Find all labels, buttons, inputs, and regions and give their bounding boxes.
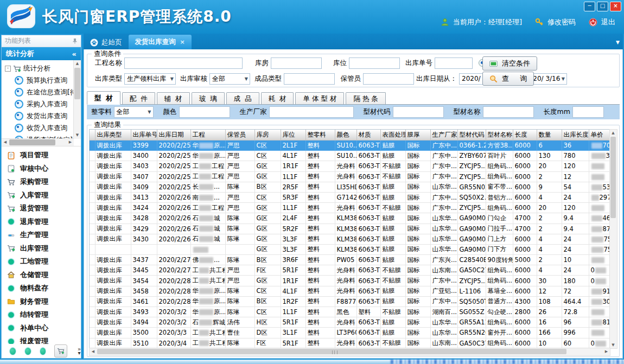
tree-item[interactable]: 采购入库查询 — [5, 98, 73, 110]
row-gutter[interactable] — [90, 234, 95, 244]
project-name-input[interactable] — [124, 58, 243, 69]
group-circle-icon[interactable] — [40, 347, 47, 355]
tree-item[interactable]: 收货入库查询 — [5, 122, 73, 134]
sidebar-item[interactable]: 入库管理 — [2, 189, 81, 202]
row-gutter[interactable] — [90, 203, 95, 213]
column-header[interactable]: 出库单号 — [131, 130, 157, 141]
table-row[interactable]: 调拨出库34002020/2/25华原...严思C区4L1F整料SU10...6… — [90, 151, 610, 161]
table-row[interactable]: 调拨出库34282020/2/26石城陈琳G区2L4F整料KLM38176063… — [90, 213, 610, 223]
sidebar-item[interactable]: 结转管理 — [2, 308, 81, 322]
pin-icon[interactable] — [72, 38, 78, 44]
table-row[interactable]: G区3L3F整料KLM38176063-T5贴膜国标山东华...GA90M09.… — [90, 244, 610, 254]
search-button[interactable]: 查 询 — [482, 72, 534, 86]
material-tab[interactable]: 单 体 型 材 — [295, 92, 344, 104]
column-header[interactable]: 膜厚 — [405, 130, 430, 141]
column-header[interactable]: 保管员 — [225, 130, 254, 141]
tree-expander-icon[interactable]: - — [5, 66, 11, 72]
column-header[interactable]: 库位 — [281, 130, 305, 141]
table-row[interactable]: 调拨出库34582020/2/28华原...陈琳C区4L1F整料光身料6063-… — [90, 286, 610, 296]
sidebar-item[interactable]: 采购管理 — [2, 175, 81, 189]
filter-input[interactable] — [572, 106, 604, 118]
tab-shipment-outbound-query[interactable]: 发货出库查询 × — [129, 35, 192, 49]
row-gutter[interactable] — [90, 223, 95, 234]
sidebar-item[interactable]: 生产管理 — [2, 228, 81, 242]
tree-item[interactable]: 预算执行查询 — [5, 74, 73, 86]
scroll-left-icon[interactable]: ◀ — [2, 139, 9, 146]
close-button[interactable]: × — [610, 2, 621, 11]
tree-root-statistics[interactable]: - 统计分析 — [5, 62, 73, 74]
sidebar-item[interactable]: 工地管理 — [2, 255, 81, 269]
column-header[interactable]: 材质 — [356, 130, 380, 141]
row-gutter[interactable] — [90, 296, 95, 306]
row-gutter[interactable] — [90, 182, 95, 192]
row-gutter[interactable] — [90, 192, 95, 202]
sidebar-item[interactable]: 物料盘存 — [2, 282, 81, 295]
maximize-button[interactable]: □ — [597, 2, 608, 11]
table-row[interactable]: 调拨出库34132020/2/26南...严思C区5R3F整料G71422606… — [90, 192, 610, 202]
column-header[interactable]: 表面处理 — [380, 130, 405, 141]
row-gutter[interactable] — [90, 255, 95, 265]
location-input[interactable] — [349, 58, 400, 69]
tree-item[interactable]: 退库管理[待定] — [5, 146, 73, 146]
scroll-right-icon[interactable]: ▶ — [67, 139, 74, 146]
table-row[interactable]: 调拨出库34092020/2/25长...陈琳B区2R5F整料LI35HD606… — [90, 182, 610, 192]
column-header[interactable]: 型材名称 — [486, 130, 513, 141]
table-row[interactable]: 调拨出库34542020/2/28工共工程严思G区1R1F整料光身料6063-T… — [90, 276, 610, 286]
table-row[interactable]: 调拨出库33992020/2/25华原...严思C区2L1F整料SU10...6… — [90, 141, 610, 151]
row-gutter[interactable] — [90, 161, 95, 171]
filter-input[interactable] — [483, 106, 534, 118]
material-tab[interactable]: 隔 热 条 — [346, 92, 385, 104]
row-gutter[interactable] — [90, 244, 95, 254]
audit-select[interactable]: 全部▼ — [209, 73, 250, 85]
column-header[interactable]: 出库类型 — [95, 130, 131, 141]
sidebar-item[interactable]: 仓储管理 — [2, 269, 81, 282]
column-header[interactable]: 整零料 — [305, 130, 335, 141]
tree-item[interactable]: 发货出库查询 — [5, 110, 73, 122]
grid-vertical-scrollbar[interactable]: ▲ ▼ — [609, 129, 617, 349]
minimize-button[interactable]: ─ — [584, 2, 595, 11]
row-gutter[interactable] — [90, 317, 95, 328]
sidebar-item[interactable]: 项目管理 — [2, 149, 81, 162]
clear-conditions-button[interactable]: 清空条件 — [482, 56, 537, 71]
table-row[interactable]: 调拨出库34452020/2/27工共工程严思F区5R1F整料光身料6063-T… — [90, 265, 610, 276]
change-password-link[interactable]: 修改密码 — [547, 17, 576, 27]
filter-input[interactable] — [179, 106, 230, 118]
table-row[interactable]: 调拨出库34292020/2/26石城陈琳G区5R2F整料KLM38176063… — [90, 223, 610, 234]
table-row[interactable]: 调拨出库34932020/3/2华原...陈琳C区1L1F整料黑色塑料不贴膜国标… — [90, 307, 610, 317]
grid-horizontal-scrollbar[interactable]: ◀ ▶ — [89, 348, 610, 356]
table-row[interactable]: 调拨出库35102020/3/4工共工程陈琳F区5R1F整料光身料6063-T5… — [90, 338, 610, 348]
column-header[interactable]: 出库长度 — [562, 130, 589, 141]
logout-link[interactable]: 退出 — [601, 17, 615, 27]
table-row[interactable]: 调拨出库34942020/3/2石辉城汤伟H区5R1F整料光身料6063-T5贴… — [90, 317, 610, 328]
sidebar-item[interactable]: 退货管理 — [2, 202, 81, 215]
table-row[interactable]: 调拨出库34072020/2/25工工程严思G区1L1F整料光身料6063-T5… — [90, 171, 610, 182]
scroll-up-icon[interactable]: ▲ — [610, 130, 616, 136]
scroll-up-icon[interactable]: ▲ — [74, 60, 81, 67]
product-type-input[interactable] — [284, 73, 335, 85]
tree-vertical-scrollbar[interactable]: ▲ ▼ — [73, 60, 81, 139]
sidebar-item[interactable]: 出库管理 — [2, 242, 81, 256]
row-gutter[interactable] — [90, 328, 95, 338]
row-gutter[interactable] — [90, 141, 95, 151]
row-gutter[interactable] — [90, 286, 95, 296]
filter-input[interactable] — [269, 106, 354, 118]
sidebar-item[interactable]: 补单中心 — [2, 322, 81, 335]
material-tab[interactable]: 耗 材 — [261, 92, 294, 104]
sidebar-item[interactable]: 财务管理 — [2, 295, 81, 309]
row-gutter[interactable] — [90, 307, 95, 317]
table-row[interactable]: 调拨出库35002020/3/3工共工程曹佳D区3L1F整料LT3P606063… — [90, 328, 610, 338]
column-header[interactable]: 生产厂家 — [430, 130, 457, 141]
column-header[interactable]: 颜色 — [335, 130, 356, 141]
column-header[interactable]: 长度 — [513, 130, 537, 141]
material-tab[interactable]: 成 品 — [226, 92, 259, 104]
material-tab[interactable]: 型 材 — [87, 91, 120, 105]
group-circle-icon[interactable] — [24, 347, 31, 355]
column-header[interactable]: 库房 — [254, 130, 281, 141]
group-circle-icon[interactable] — [9, 347, 16, 355]
tab-close-icon[interactable]: × — [180, 39, 185, 46]
row-gutter[interactable] — [90, 213, 95, 223]
row-gutter[interactable] — [90, 338, 95, 348]
row-gutter[interactable] — [90, 151, 95, 161]
table-row[interactable]: 调拨出库34032020/2/25工工程严思G区1R1F整料光身料6063-T5… — [90, 161, 610, 171]
sidebar-item[interactable]: 报废管理 — [2, 335, 81, 344]
